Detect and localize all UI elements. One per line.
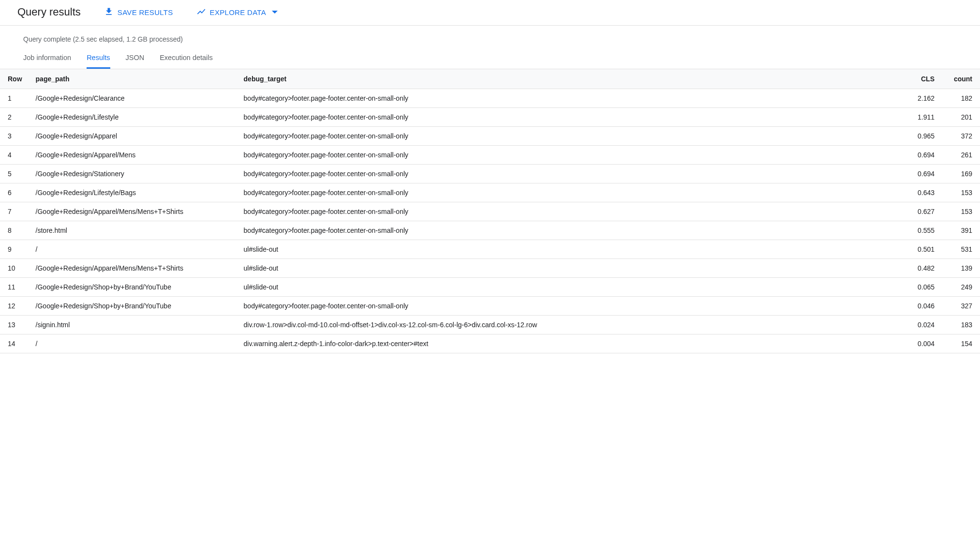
- cell-page-path: /Google+Redesign/Shop+by+Brand/YouTube: [29, 297, 237, 316]
- cell-row: 5: [0, 165, 29, 183]
- table-row[interactable]: 12 /Google+Redesign/Shop+by+Brand/YouTub…: [0, 297, 980, 316]
- cell-cls: 0.694: [907, 165, 941, 183]
- cell-debug-target: div.warning.alert.z-depth-1.info-color-d…: [237, 334, 907, 353]
- cell-row: 12: [0, 297, 29, 316]
- table-row[interactable]: 5 /Google+Redesign/Stationery body#categ…: [0, 165, 980, 183]
- cell-debug-target: body#category>footer.page-footer.center-…: [237, 89, 907, 108]
- cell-row: 11: [0, 278, 29, 297]
- cell-debug-target: body#category>footer.page-footer.center-…: [237, 165, 907, 183]
- cell-debug-target: body#category>footer.page-footer.center-…: [237, 221, 907, 240]
- cell-cls: 2.162: [907, 89, 941, 108]
- table-row[interactable]: 3 /Google+Redesign/Apparel body#category…: [0, 127, 980, 146]
- cell-page-path: /Google+Redesign/Shop+by+Brand/YouTube: [29, 278, 237, 297]
- status-bar: Query complete (2.5 sec elapsed, 1.2 GB …: [0, 26, 980, 48]
- cell-cls: 0.627: [907, 202, 941, 221]
- cell-debug-target: ul#slide-out: [237, 240, 907, 259]
- cell-page-path: /: [29, 240, 237, 259]
- cell-row: 4: [0, 146, 29, 165]
- cell-page-path: /Google+Redesign/Stationery: [29, 165, 237, 183]
- save-results-button[interactable]: SAVE RESULTS: [104, 7, 173, 18]
- column-header-row[interactable]: Row: [0, 69, 29, 89]
- cell-count: 531: [941, 240, 980, 259]
- cell-debug-target: body#category>footer.page-footer.center-…: [237, 183, 907, 202]
- table-row[interactable]: 9 / ul#slide-out 0.501 531: [0, 240, 980, 259]
- cell-cls: 0.694: [907, 146, 941, 165]
- cell-page-path: /Google+Redesign/Lifestyle/Bags: [29, 183, 237, 202]
- cell-cls: 1.911: [907, 108, 941, 127]
- cell-debug-target: body#category>footer.page-footer.center-…: [237, 146, 907, 165]
- cell-count: 183: [941, 316, 980, 334]
- cell-count: 169: [941, 165, 980, 183]
- column-header-count[interactable]: count: [941, 69, 980, 89]
- cell-row: 9: [0, 240, 29, 259]
- table-row[interactable]: 7 /Google+Redesign/Apparel/Mens/Mens+T+S…: [0, 202, 980, 221]
- column-header-debug-target[interactable]: debug_target: [237, 69, 907, 89]
- cell-page-path: /signin.html: [29, 316, 237, 334]
- tab-results[interactable]: Results: [87, 54, 110, 69]
- cell-cls: 0.482: [907, 259, 941, 278]
- cell-debug-target: ul#slide-out: [237, 278, 907, 297]
- cell-page-path: /: [29, 334, 237, 353]
- table-header-row: Row page_path debug_target CLS count: [0, 69, 980, 89]
- chart-icon: [196, 7, 206, 18]
- cell-page-path: /Google+Redesign/Apparel/Mens/Mens+T+Shi…: [29, 259, 237, 278]
- explore-data-label: EXPLORE DATA: [210, 8, 266, 16]
- table-row[interactable]: 10 /Google+Redesign/Apparel/Mens/Mens+T+…: [0, 259, 980, 278]
- cell-row: 13: [0, 316, 29, 334]
- table-row[interactable]: 8 /store.html body#category>footer.page-…: [0, 221, 980, 240]
- cell-count: 261: [941, 146, 980, 165]
- cell-count: 327: [941, 297, 980, 316]
- cell-count: 391: [941, 221, 980, 240]
- cell-count: 182: [941, 89, 980, 108]
- status-text: Query complete (2.5 sec elapsed, 1.2 GB …: [23, 35, 957, 43]
- tab-execution-details[interactable]: Execution details: [160, 54, 213, 69]
- explore-data-button[interactable]: EXPLORE DATA: [196, 7, 278, 18]
- cell-page-path: /Google+Redesign/Apparel/Mens/Mens+T+Shi…: [29, 202, 237, 221]
- cell-row: 8: [0, 221, 29, 240]
- cell-debug-target: body#category>footer.page-footer.center-…: [237, 108, 907, 127]
- cell-debug-target: body#category>footer.page-footer.center-…: [237, 202, 907, 221]
- table-row[interactable]: 11 /Google+Redesign/Shop+by+Brand/YouTub…: [0, 278, 980, 297]
- cell-page-path: /Google+Redesign/Apparel: [29, 127, 237, 146]
- cell-debug-target: div.row-1.row>div.col-md-10.col-md-offse…: [237, 316, 907, 334]
- cell-count: 153: [941, 202, 980, 221]
- tab-json[interactable]: JSON: [126, 54, 145, 69]
- save-results-label: SAVE RESULTS: [118, 8, 173, 16]
- tab-job-information[interactable]: Job information: [23, 54, 71, 69]
- table-row[interactable]: 2 /Google+Redesign/Lifestyle body#catego…: [0, 108, 980, 127]
- cell-row: 6: [0, 183, 29, 202]
- table-row[interactable]: 14 / div.warning.alert.z-depth-1.info-co…: [0, 334, 980, 353]
- cell-page-path: /Google+Redesign/Clearance: [29, 89, 237, 108]
- column-header-page-path[interactable]: page_path: [29, 69, 237, 89]
- cell-cls: 0.965: [907, 127, 941, 146]
- download-icon: [104, 7, 114, 18]
- table-row[interactable]: 1 /Google+Redesign/Clearance body#catego…: [0, 89, 980, 108]
- cell-row: 10: [0, 259, 29, 278]
- tabs-container: Job information Results JSON Execution d…: [0, 48, 980, 69]
- cell-count: 139: [941, 259, 980, 278]
- cell-cls: 0.555: [907, 221, 941, 240]
- cell-cls: 0.004: [907, 334, 941, 353]
- results-table-container: Row page_path debug_target CLS count 1 /…: [0, 69, 980, 353]
- cell-count: 154: [941, 334, 980, 353]
- cell-row: 7: [0, 202, 29, 221]
- cell-debug-target: body#category>footer.page-footer.center-…: [237, 297, 907, 316]
- table-row[interactable]: 13 /signin.html div.row-1.row>div.col-md…: [0, 316, 980, 334]
- column-header-cls[interactable]: CLS: [907, 69, 941, 89]
- cell-count: 153: [941, 183, 980, 202]
- cell-cls: 0.065: [907, 278, 941, 297]
- page-title: Query results: [17, 6, 81, 18]
- cell-page-path: /Google+Redesign/Apparel/Mens: [29, 146, 237, 165]
- cell-count: 201: [941, 108, 980, 127]
- cell-count: 249: [941, 278, 980, 297]
- cell-row: 3: [0, 127, 29, 146]
- cell-count: 372: [941, 127, 980, 146]
- results-table: Row page_path debug_target CLS count 1 /…: [0, 69, 980, 353]
- table-body: 1 /Google+Redesign/Clearance body#catego…: [0, 89, 980, 353]
- table-row[interactable]: 6 /Google+Redesign/Lifestyle/Bags body#c…: [0, 183, 980, 202]
- cell-page-path: /Google+Redesign/Lifestyle: [29, 108, 237, 127]
- table-row[interactable]: 4 /Google+Redesign/Apparel/Mens body#cat…: [0, 146, 980, 165]
- cell-row: 2: [0, 108, 29, 127]
- cell-row: 1: [0, 89, 29, 108]
- cell-cls: 0.024: [907, 316, 941, 334]
